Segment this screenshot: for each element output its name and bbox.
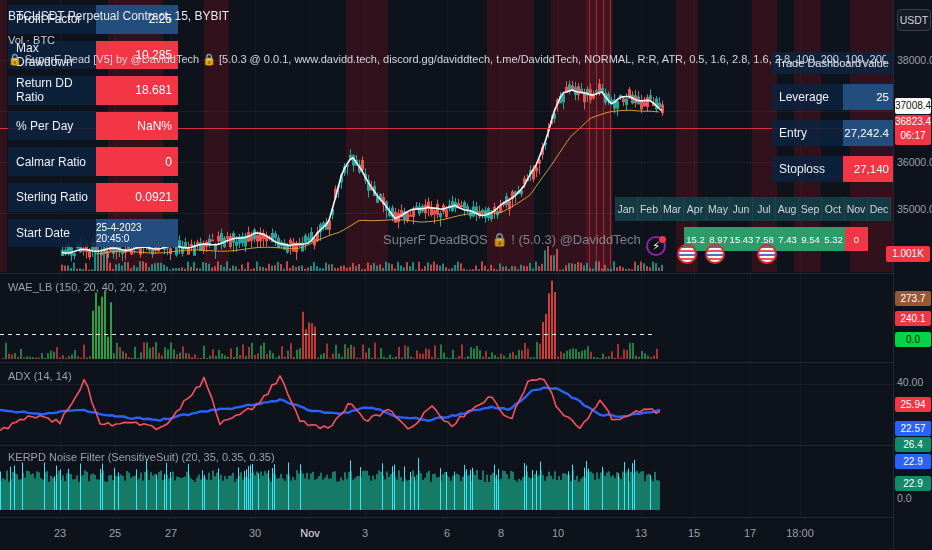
time-axis[interactable]: 23252730Nov3681013151718:00 [0, 517, 893, 550]
table-row: Calmar Ratio0 [8, 147, 178, 176]
month-header-cell: Sep [799, 197, 822, 221]
time-axis-tick[interactable]: 8 [479, 527, 523, 539]
adx-value-label: 22.57 [895, 421, 931, 436]
metric-label: Sterling Ratio [8, 183, 96, 212]
metric-label: Return DD Ratio [8, 76, 96, 105]
time-axis-tick[interactable]: 23 [38, 527, 82, 539]
wae-title[interactable]: WAE_LB (150, 20, 40, 20, 2, 20) [8, 281, 167, 293]
metric-value: NaN% [96, 112, 178, 141]
dashboard-value: 27,140 [843, 156, 893, 182]
table-row: % Per DayNaN% [8, 112, 178, 141]
month-value-cell: 8.97 [707, 227, 730, 251]
kerpd-title[interactable]: KERPD Noise Filter (SensitiveSuit) (20, … [8, 451, 275, 463]
dashboard-value: 27,242.4 [843, 120, 893, 146]
metric-label: Calmar Ratio [8, 147, 96, 176]
metric-value: 0.0921 [96, 183, 178, 212]
time-axis-tick[interactable]: 6 [425, 527, 469, 539]
month-header-cell: Aug [776, 197, 799, 221]
dashboard-label: Leverage [772, 84, 843, 110]
adx-axis-tick: 40.00 [897, 376, 923, 388]
month-header-cell: Mar [661, 197, 684, 221]
month-header-cell: Oct [822, 197, 845, 221]
adx-canvas[interactable] [0, 364, 893, 445]
metric-label: % Per Day [8, 112, 96, 141]
kerpd-pane: KERPD Noise Filter (SensitiveSuit) (20, … [0, 445, 893, 517]
time-axis-tick[interactable]: 10 [536, 527, 580, 539]
dashboard-label: Entry [772, 120, 843, 146]
price-axis[interactable]: USDT 38000.036000.035000.037008.436823.4… [893, 0, 932, 550]
tradingview-chart-window: SuperF DeadBOS 🔒 ! (5.0.3) @DaviddTech P… [0, 0, 932, 550]
price-axis-tick: 36000.0 [897, 156, 932, 168]
month-value-cell: 15.2 [684, 227, 707, 251]
time-axis-tick[interactable]: 27 [149, 527, 193, 539]
time-axis-tick[interactable]: 3 [343, 527, 387, 539]
alert-price-label: 36823.406:17 [895, 115, 931, 145]
adx-value-label: 25.94 [895, 397, 931, 412]
trade-dashboard-table: Trade DashboardValueLeverage25Entry27,24… [772, 52, 893, 184]
kerpd-value-label: 22.9 [895, 454, 931, 469]
metric-value: 18.681 [96, 76, 178, 105]
table-row: Start Date25-4-2023 20:45:0 [8, 219, 178, 248]
metric-value: 25-4-2023 20:45:0 [96, 219, 178, 248]
month-header-cell: Jun [730, 197, 753, 221]
price-axis-tick: 38000.0 [897, 54, 932, 66]
wae-pane: WAE_LB (150, 20, 40, 20, 2, 20) [0, 273, 893, 362]
strategy-watermark: SuperF DeadBOS 🔒 ! (5.0.3) @DaviddTech [383, 232, 641, 247]
volume-axis-label: 1.001K [886, 246, 930, 262]
month-header-cell: Jan [615, 197, 638, 221]
time-axis-tick[interactable]: 13 [619, 527, 663, 539]
table-row: Sterling Ratio0.0921 [8, 183, 178, 212]
kerpd-axis-tick: 0.0 [897, 492, 912, 504]
month-value-cell: 5.32 [822, 227, 845, 251]
table-row: Leverage25 [772, 84, 893, 110]
time-axis-tick[interactable]: 30 [233, 527, 277, 539]
volume-legend[interactable]: Vol · BTC [8, 34, 55, 46]
time-axis-tick[interactable]: 17 [728, 527, 772, 539]
currency-toggle-button[interactable]: USDT [897, 9, 931, 31]
notification-dot [659, 236, 666, 243]
time-axis-tick[interactable]: 18:00 [778, 527, 822, 539]
time-axis-tick[interactable]: Nov [288, 527, 332, 539]
metric-label: Start Date [8, 219, 96, 248]
lightning-icon: ⚡ [652, 241, 660, 252]
alert-price-value: 36823.4 [895, 115, 931, 129]
month-header-cell: Dec [868, 197, 891, 221]
month-header-cell: May [707, 197, 730, 221]
price-axis-tick: 35000.0 [897, 203, 932, 215]
month-header-cell: Nov [845, 197, 868, 221]
wae-value-label: 273.7 [895, 291, 931, 306]
table-row: Stoploss27,140 [772, 156, 893, 182]
month-value-cell: 7.43 [776, 227, 799, 251]
dashboard-value: 25 [843, 84, 893, 110]
month-header-cell: Apr [684, 197, 707, 221]
month-value-cell: 9.54 [799, 227, 822, 251]
time-axis-tick[interactable]: 15 [672, 527, 716, 539]
strategy-params-legend[interactable]: 🔒 SuperF Dead [V5] by @DaviddTech 🔒 [5.0… [8, 53, 886, 66]
month-header-cell: Feb [638, 197, 661, 221]
adx-title[interactable]: ADX (14, 14) [8, 370, 72, 382]
last-price-label: 37008.4 [895, 98, 931, 114]
alert-countdown: 06:17 [895, 129, 931, 143]
table-row: Return DD Ratio18.681 [8, 76, 178, 105]
table-row: Entry27,242.4 [772, 120, 893, 146]
metric-value: 0 [96, 147, 178, 176]
month-value-cell: 15.43 [730, 227, 753, 251]
wae-value-label: 0.0 [895, 332, 931, 347]
time-axis-tick[interactable]: 25 [93, 527, 137, 539]
dashboard-label: Stoploss [772, 156, 843, 182]
month-value-cell: 0 [845, 227, 868, 251]
symbol-legend[interactable]: BTCUSDT Perpetual Contract, 15, BYBIT [8, 9, 229, 23]
kerpd-value-label: 22.9 [895, 476, 931, 491]
lightning-badge-icon: ⚡ [646, 236, 666, 256]
month-value-cell: 7.58 [753, 227, 776, 251]
adx-pane: ADX (14, 14) [0, 362, 893, 445]
month-header-cell: Jul [753, 197, 776, 221]
wae-value-label: 240.1 [895, 311, 931, 326]
adx-value-label: 26.4 [895, 437, 931, 452]
